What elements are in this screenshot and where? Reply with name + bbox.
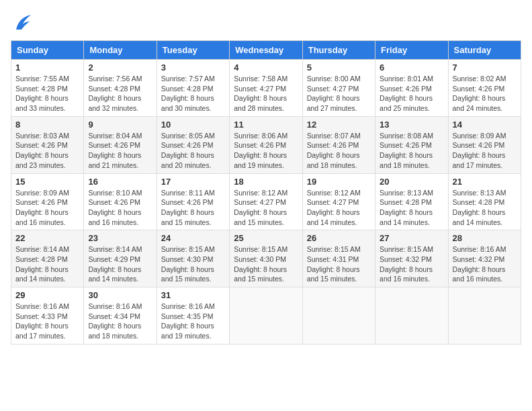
calendar-cell: 16 Sunrise: 8:10 AMSunset: 4:26 PMDaylig… bbox=[84, 173, 157, 230]
day-info: Sunrise: 7:57 AMSunset: 4:28 PMDaylight:… bbox=[161, 75, 215, 112]
calendar-cell: 24 Sunrise: 8:15 AMSunset: 4:30 PMDaylig… bbox=[157, 230, 229, 287]
calendar-cell: 27 Sunrise: 8:15 AMSunset: 4:32 PMDaylig… bbox=[375, 230, 448, 287]
calendar-week-1: 1 Sunrise: 7:55 AMSunset: 4:28 PMDayligh… bbox=[11, 60, 521, 117]
calendar-cell: 14 Sunrise: 8:09 AMSunset: 4:26 PMDaylig… bbox=[448, 116, 521, 173]
calendar-cell: 17 Sunrise: 8:11 AMSunset: 4:26 PMDaylig… bbox=[157, 173, 229, 230]
calendar-cell: 28 Sunrise: 8:16 AMSunset: 4:32 PMDaylig… bbox=[448, 230, 521, 287]
day-number: 4 bbox=[234, 62, 298, 73]
day-info: Sunrise: 8:16 AMSunset: 4:35 PMDaylight:… bbox=[161, 302, 215, 340]
weekday-header-thursday: Thursday bbox=[302, 41, 375, 60]
day-info: Sunrise: 8:01 AMSunset: 4:26 PMDaylight:… bbox=[380, 75, 433, 112]
day-number: 8 bbox=[15, 120, 79, 130]
day-info: Sunrise: 8:14 AMSunset: 4:28 PMDaylight:… bbox=[15, 245, 69, 283]
day-info: Sunrise: 7:55 AMSunset: 4:28 PMDaylight:… bbox=[15, 75, 69, 112]
calendar-cell: 4 Sunrise: 7:58 AMSunset: 4:27 PMDayligh… bbox=[230, 60, 302, 117]
day-info: Sunrise: 8:15 AMSunset: 4:31 PMDaylight:… bbox=[307, 245, 361, 283]
day-info: Sunrise: 8:14 AMSunset: 4:29 PMDaylight:… bbox=[88, 245, 142, 283]
calendar-cell: 7 Sunrise: 8:02 AMSunset: 4:26 PMDayligh… bbox=[448, 60, 521, 117]
calendar-cell: 31 Sunrise: 8:16 AMSunset: 4:35 PMDaylig… bbox=[157, 287, 229, 345]
day-info: Sunrise: 8:00 AMSunset: 4:27 PMDaylight:… bbox=[307, 75, 361, 112]
day-info: Sunrise: 8:15 AMSunset: 4:30 PMDaylight:… bbox=[161, 245, 215, 283]
calendar-cell bbox=[375, 287, 448, 345]
calendar-cell: 25 Sunrise: 8:15 AMSunset: 4:30 PMDaylig… bbox=[230, 230, 302, 287]
day-number: 1 bbox=[15, 62, 79, 73]
logo bbox=[11, 11, 38, 35]
day-number: 16 bbox=[88, 177, 152, 187]
weekday-header-sunday: Sunday bbox=[11, 41, 84, 60]
day-number: 31 bbox=[161, 290, 225, 300]
day-info: Sunrise: 7:56 AMSunset: 4:28 PMDaylight:… bbox=[88, 75, 142, 112]
calendar-week-3: 15 Sunrise: 8:09 AMSunset: 4:26 PMDaylig… bbox=[11, 173, 521, 230]
day-info: Sunrise: 8:15 AMSunset: 4:30 PMDaylight:… bbox=[234, 245, 287, 283]
calendar-cell bbox=[302, 287, 375, 345]
calendar-cell: 26 Sunrise: 8:15 AMSunset: 4:31 PMDaylig… bbox=[302, 230, 375, 287]
calendar-cell bbox=[230, 287, 302, 345]
day-number: 9 bbox=[88, 120, 152, 130]
calendar-cell: 20 Sunrise: 8:13 AMSunset: 4:28 PMDaylig… bbox=[375, 173, 448, 230]
day-info: Sunrise: 8:03 AMSunset: 4:26 PMDaylight:… bbox=[15, 132, 69, 169]
day-number: 13 bbox=[380, 120, 443, 130]
day-info: Sunrise: 8:13 AMSunset: 4:28 PMDaylight:… bbox=[453, 189, 506, 226]
calendar-cell: 30 Sunrise: 8:16 AMSunset: 4:34 PMDaylig… bbox=[84, 287, 157, 345]
header bbox=[11, 11, 521, 35]
calendar-cell: 29 Sunrise: 8:16 AMSunset: 4:33 PMDaylig… bbox=[11, 287, 84, 345]
day-info: Sunrise: 8:05 AMSunset: 4:26 PMDaylight:… bbox=[161, 132, 215, 169]
day-info: Sunrise: 8:16 AMSunset: 4:33 PMDaylight:… bbox=[15, 302, 69, 340]
day-number: 27 bbox=[380, 233, 443, 243]
calendar-table: SundayMondayTuesdayWednesdayThursdayFrid… bbox=[11, 40, 521, 345]
day-number: 22 bbox=[15, 233, 79, 243]
day-number: 20 bbox=[380, 177, 443, 187]
day-number: 15 bbox=[15, 177, 79, 187]
day-info: Sunrise: 8:02 AMSunset: 4:26 PMDaylight:… bbox=[453, 75, 506, 112]
weekday-header-wednesday: Wednesday bbox=[230, 41, 302, 60]
logo-bird-icon bbox=[11, 11, 35, 35]
day-info: Sunrise: 8:10 AMSunset: 4:26 PMDaylight:… bbox=[88, 189, 142, 226]
calendar-cell bbox=[448, 287, 521, 345]
weekday-header-tuesday: Tuesday bbox=[157, 41, 229, 60]
weekday-header-friday: Friday bbox=[375, 41, 448, 60]
calendar-cell: 6 Sunrise: 8:01 AMSunset: 4:26 PMDayligh… bbox=[375, 60, 448, 117]
day-number: 29 bbox=[15, 290, 79, 300]
day-number: 7 bbox=[453, 62, 517, 73]
calendar-cell: 18 Sunrise: 8:12 AMSunset: 4:27 PMDaylig… bbox=[230, 173, 302, 230]
day-info: Sunrise: 8:06 AMSunset: 4:26 PMDaylight:… bbox=[234, 132, 287, 169]
day-number: 18 bbox=[234, 177, 298, 187]
day-info: Sunrise: 8:13 AMSunset: 4:28 PMDaylight:… bbox=[380, 189, 433, 226]
day-number: 6 bbox=[380, 62, 443, 73]
calendar-cell: 21 Sunrise: 8:13 AMSunset: 4:28 PMDaylig… bbox=[448, 173, 521, 230]
calendar-cell: 15 Sunrise: 8:09 AMSunset: 4:26 PMDaylig… bbox=[11, 173, 84, 230]
day-number: 3 bbox=[161, 62, 225, 73]
calendar-cell: 11 Sunrise: 8:06 AMSunset: 4:26 PMDaylig… bbox=[230, 116, 302, 173]
day-number: 24 bbox=[161, 233, 225, 243]
day-number: 23 bbox=[88, 233, 152, 243]
day-info: Sunrise: 7:58 AMSunset: 4:27 PMDaylight:… bbox=[234, 75, 287, 112]
day-info: Sunrise: 8:12 AMSunset: 4:27 PMDaylight:… bbox=[307, 189, 361, 226]
day-number: 26 bbox=[307, 233, 371, 243]
calendar-cell: 22 Sunrise: 8:14 AMSunset: 4:28 PMDaylig… bbox=[11, 230, 84, 287]
calendar-cell: 13 Sunrise: 8:08 AMSunset: 4:26 PMDaylig… bbox=[375, 116, 448, 173]
day-number: 28 bbox=[453, 233, 517, 243]
weekday-header-monday: Monday bbox=[84, 41, 157, 60]
day-number: 30 bbox=[88, 290, 152, 300]
day-info: Sunrise: 8:09 AMSunset: 4:26 PMDaylight:… bbox=[453, 132, 506, 169]
calendar-cell: 12 Sunrise: 8:07 AMSunset: 4:26 PMDaylig… bbox=[302, 116, 375, 173]
day-info: Sunrise: 8:16 AMSunset: 4:34 PMDaylight:… bbox=[88, 302, 142, 340]
calendar-cell: 9 Sunrise: 8:04 AMSunset: 4:26 PMDayligh… bbox=[84, 116, 157, 173]
day-number: 21 bbox=[453, 177, 517, 187]
calendar-cell: 10 Sunrise: 8:05 AMSunset: 4:26 PMDaylig… bbox=[157, 116, 229, 173]
day-number: 11 bbox=[234, 120, 298, 130]
day-info: Sunrise: 8:07 AMSunset: 4:26 PMDaylight:… bbox=[307, 132, 361, 169]
weekday-header-saturday: Saturday bbox=[448, 41, 521, 60]
calendar-cell: 8 Sunrise: 8:03 AMSunset: 4:26 PMDayligh… bbox=[11, 116, 84, 173]
calendar-cell: 3 Sunrise: 7:57 AMSunset: 4:28 PMDayligh… bbox=[157, 60, 229, 117]
day-info: Sunrise: 8:09 AMSunset: 4:26 PMDaylight:… bbox=[15, 189, 69, 226]
day-info: Sunrise: 8:11 AMSunset: 4:26 PMDaylight:… bbox=[161, 189, 215, 226]
day-number: 14 bbox=[453, 120, 517, 130]
day-number: 10 bbox=[161, 120, 225, 130]
day-info: Sunrise: 8:15 AMSunset: 4:32 PMDaylight:… bbox=[380, 245, 433, 283]
day-info: Sunrise: 8:16 AMSunset: 4:32 PMDaylight:… bbox=[453, 245, 506, 283]
calendar-week-2: 8 Sunrise: 8:03 AMSunset: 4:26 PMDayligh… bbox=[11, 116, 521, 173]
day-number: 17 bbox=[161, 177, 225, 187]
day-info: Sunrise: 8:12 AMSunset: 4:27 PMDaylight:… bbox=[234, 189, 287, 226]
day-info: Sunrise: 8:08 AMSunset: 4:26 PMDaylight:… bbox=[380, 132, 433, 169]
